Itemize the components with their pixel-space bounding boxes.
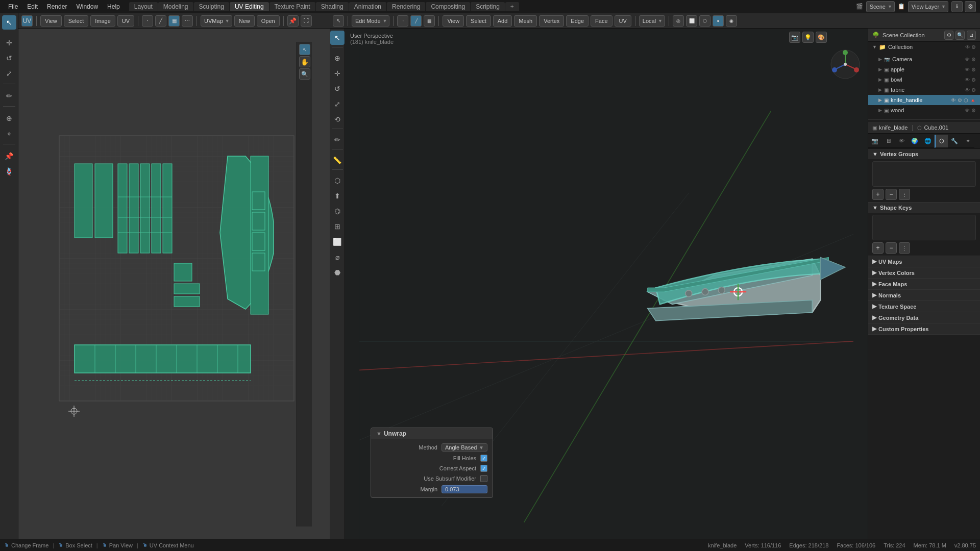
col-eye-icon[interactable]: 👁	[965, 44, 970, 50]
uv-island-select[interactable]: ⋯	[182, 15, 193, 27]
active-data-name[interactable]: Cube.001	[924, 124, 948, 131]
3d-rotate-tool[interactable]: ↺	[330, 82, 345, 96]
texture-space-header[interactable]: ▶ Texture Space	[868, 301, 980, 312]
method-dropdown[interactable]: Angle Based ▼	[442, 443, 487, 452]
vp-overlay-icon[interactable]: ◎	[673, 15, 684, 27]
active-object-name[interactable]: knife_blade	[879, 124, 908, 131]
tab-rendering[interactable]: Rendering	[387, 2, 425, 11]
vp-material-icon[interactable]: 🎨	[816, 32, 827, 43]
tab-animation[interactable]: Animation	[349, 2, 386, 11]
vp-rendered-icon[interactable]: ◉	[726, 15, 737, 27]
tab-add[interactable]: +	[505, 2, 519, 11]
normals-header[interactable]: ▶ Normals	[868, 290, 980, 300]
col-render-icon[interactable]: ⚙	[971, 44, 976, 50]
info-icon[interactable]: ℹ	[951, 1, 963, 12]
vp-xray-icon[interactable]: ⬜	[686, 15, 697, 27]
tree-item-apple[interactable]: ▶ ▣ apple 👁 ⚙	[868, 64, 980, 74]
face-maps-header[interactable]: ▶ Face Maps	[868, 279, 980, 289]
vp-add-btn[interactable]: Add	[493, 15, 512, 27]
tab-sculpting[interactable]: Sculpting	[194, 2, 229, 11]
vp-select-btn[interactable]: Select	[466, 15, 491, 27]
uvmap-dropdown[interactable]: UVMap ▼	[201, 15, 232, 27]
uv-uv-menu[interactable]: UV	[117, 15, 134, 27]
uv-edge-select[interactable]: ╱	[155, 15, 166, 27]
3d-scale-tool[interactable]: ⤢	[330, 97, 345, 111]
vp-wireframe-icon[interactable]: ⬡	[699, 15, 710, 27]
uv-view-menu[interactable]: View	[40, 15, 62, 27]
3d-inset-tool[interactable]: ⬜	[330, 235, 345, 249]
uv-open-btn[interactable]: Open	[257, 15, 280, 27]
vg-more-btn[interactable]: ⋮	[899, 189, 910, 200]
collection-item[interactable]: ▼ 📁 Collection 👁 ⚙	[868, 42, 980, 52]
menu-file[interactable]: File	[4, 2, 22, 11]
uv-canvas-area[interactable]	[18, 29, 330, 539]
tab-modeling[interactable]: Modeling	[158, 2, 193, 11]
menu-edit[interactable]: Edit	[23, 2, 42, 11]
vg-remove-btn[interactable]: −	[886, 189, 897, 200]
tool-pin[interactable]: 📌	[2, 149, 16, 163]
sk-remove-btn[interactable]: −	[886, 242, 897, 254]
vp-vertex-btn[interactable]: Vertex	[539, 15, 564, 27]
correct-aspect-checkbox[interactable]: ✓	[480, 465, 487, 472]
tool-select[interactable]: ↖	[2, 15, 16, 30]
local-dropdown[interactable]: Local ▼	[639, 15, 665, 27]
uv-face-select[interactable]: ▦	[168, 15, 180, 27]
margin-input[interactable]: 0.073	[442, 485, 487, 493]
prop-tab-output[interactable]: 🖥	[881, 135, 895, 148]
3d-measure-tool[interactable]: 📏	[330, 153, 345, 167]
3d-knife-tool[interactable]: ⌀	[330, 250, 345, 264]
3d-move-tool[interactable]: ✛	[330, 66, 345, 81]
tree-item-bowl[interactable]: ▶ ▣ bowl 👁 ⚙	[868, 74, 980, 85]
menu-render[interactable]: Render	[43, 2, 71, 11]
vp-face-btn[interactable]: Face	[591, 15, 612, 27]
tree-item-fabric[interactable]: ▶ ▣ fabric 👁 ⚙	[868, 85, 980, 95]
scene-filter-icon[interactable]: ⚙	[944, 31, 953, 40]
tool-scale[interactable]: ⤢	[2, 66, 16, 81]
geometry-data-header[interactable]: ▶ Geometry Data	[868, 312, 980, 323]
vp-edge-btn[interactable]: Edge	[566, 15, 589, 27]
tool-stitch[interactable]: 🪢	[2, 164, 16, 179]
tool-snap[interactable]: ⌖	[2, 127, 16, 141]
unwrap-collapse-icon[interactable]: ▼	[376, 431, 382, 437]
vp-view-btn[interactable]: View	[443, 15, 464, 27]
tree-item-camera[interactable]: ▶ 📷 Camera 👁 ⚙	[868, 54, 980, 64]
sk-add-btn[interactable]: +	[872, 242, 884, 254]
uv-rt-select[interactable]: ↖	[299, 44, 310, 55]
scene-search-icon[interactable]: 🔍	[955, 31, 965, 40]
uv-new-btn[interactable]: New	[234, 15, 255, 27]
prop-tab-render[interactable]: 📷	[868, 135, 881, 148]
3d-viewport-canvas[interactable]: User Perspective (181) knife_blade	[345, 29, 868, 539]
edit-mode-dropdown[interactable]: Edit Mode ▼	[352, 15, 389, 27]
uv-select-menu[interactable]: Select	[64, 15, 89, 27]
uv-pin-icon[interactable]: 📌	[287, 15, 299, 27]
prop-tab-scene[interactable]: 🌍	[908, 135, 921, 148]
uv-vertex-select[interactable]: ⬝	[142, 15, 153, 27]
3d-annotate-tool[interactable]: ✏	[330, 133, 345, 147]
3d-select-tool[interactable]: ↖	[330, 31, 345, 45]
axis-gizmo[interactable]: Y X Z	[830, 49, 861, 80]
uv-fullscreen-icon[interactable]: ⛶	[301, 15, 312, 27]
subsurf-checkbox[interactable]	[480, 475, 487, 482]
vp-mesh-btn[interactable]: Mesh	[514, 15, 537, 27]
fill-holes-checkbox[interactable]: ✓	[480, 455, 487, 462]
sk-more-btn[interactable]: ⋮	[899, 242, 910, 254]
uv-rt-pan[interactable]: ✋	[299, 56, 310, 67]
shape-keys-header[interactable]: ▼ Shape Keys	[868, 203, 980, 213]
prop-tab-particles[interactable]: ✦	[961, 135, 974, 148]
tool-annotate[interactable]: ✏	[2, 89, 16, 103]
vp-vert-icon[interactable]: ⬝	[397, 15, 408, 27]
uv-editor-mode-icon[interactable]: UV	[21, 15, 33, 27]
vp-uv-btn[interactable]: UV	[615, 15, 631, 27]
uv-maps-header[interactable]: ▶ UV Maps	[868, 256, 980, 267]
tab-texture-paint[interactable]: Texture Paint	[270, 2, 315, 11]
3d-loop-cut-tool[interactable]: ⊞	[330, 219, 345, 234]
tab-shading[interactable]: Shading	[316, 2, 349, 11]
tab-uv-editing[interactable]: UV Editing	[230, 2, 269, 11]
3d-cursor-tool[interactable]: ⊕	[330, 51, 345, 65]
3d-polypen-tool[interactable]: ⬣	[330, 265, 345, 280]
uv-rt-zoom[interactable]: 🔍	[299, 68, 310, 80]
scene-funnel-icon[interactable]: ⊿	[967, 31, 976, 40]
vp-camera-icon[interactable]: 📷	[789, 32, 800, 43]
3d-bevel-tool[interactable]: ⌬	[330, 204, 345, 218]
prop-tab-modifiers[interactable]: 🔧	[948, 135, 961, 148]
